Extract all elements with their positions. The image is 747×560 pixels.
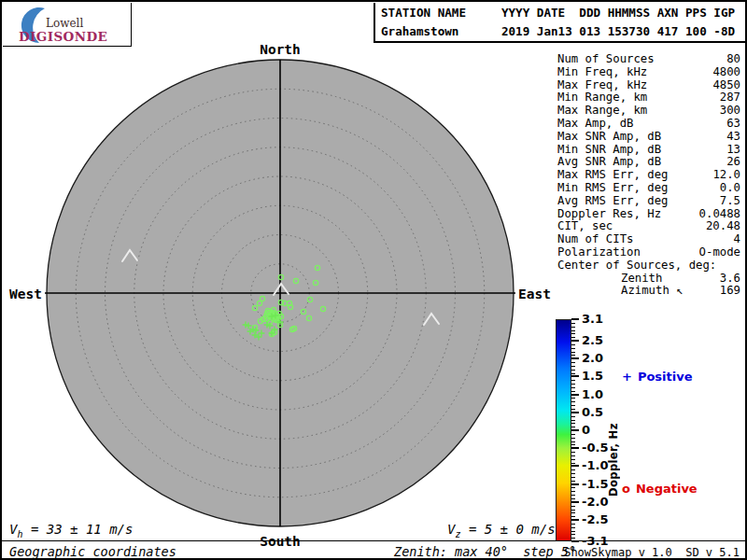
coordinate-system-label: Geographic coordinates: [9, 544, 176, 559]
info-row: Polarization O-mode: [557, 246, 740, 259]
circle-marker-icon: o: [622, 482, 630, 496]
info-row-value: 4: [734, 233, 740, 246]
vz-value: = 5 ± 0 m/s: [460, 522, 555, 537]
info-row: Min SNR Amp, dB 13: [557, 144, 740, 157]
colorbar-tick-label: 2.0: [582, 351, 603, 365]
info-row: Avg RMS Err, deg 7.5: [557, 195, 740, 208]
colorbar-tick-label: 2.5: [582, 333, 603, 347]
info-row: Max Freq, kHz 4850: [557, 79, 740, 92]
colorbar-tick: [571, 519, 579, 521]
colorbar-tick: [571, 340, 579, 342]
info-row-label: Azimuth ↖: [557, 285, 684, 298]
info-row: Azimuth ↖ 169: [557, 285, 740, 298]
legend-positive-label: Positive: [638, 370, 693, 384]
info-row: Num of CITs 4: [557, 233, 740, 246]
info-row: Max RMS Err, deg 12.0: [557, 169, 740, 182]
info-row-value: 4850: [712, 79, 740, 92]
info-row: Min Freq, kHz 4800: [557, 66, 740, 79]
info-row-label: Avg SNR Amp, dB: [557, 156, 661, 169]
colorbar-tick: [571, 394, 579, 396]
info-row-label: Max Amp, dB: [557, 118, 633, 131]
info-row-label: Num of Sources: [557, 53, 655, 66]
colorbar-tick: [571, 357, 579, 359]
info-row: Center of Sources, deg:: [557, 259, 740, 273]
footer-divider: [2, 540, 745, 541]
info-row-label: Min Range, km: [557, 91, 647, 105]
info-row: Zenith 3.6: [557, 273, 740, 286]
info-row-value: 300: [720, 105, 740, 118]
info-row-label: Min Freq, kHz: [557, 66, 647, 79]
info-row-value: O-mode: [699, 246, 740, 259]
info-row: Max Range, km 300: [557, 105, 740, 118]
info-row-value: 13: [726, 144, 740, 157]
showskymap-window: Lowell DIGISONDE STATION NAME YYYY DATE …: [0, 0, 747, 560]
colorbar-tick-label: 1.5: [582, 369, 603, 383]
colorbar-tick-label: 0.5: [582, 405, 603, 419]
info-row-value: 7.5: [720, 195, 740, 208]
colorbar-tick: [571, 483, 579, 485]
info-row-value: 0.0: [720, 182, 740, 195]
doppler-colorbar: [556, 319, 571, 541]
vertical-velocity: Vz = 5 ± 0 m/s: [447, 522, 556, 539]
info-row-value: 0.0488: [699, 208, 740, 221]
info-row: Doppler Res, Hz 0.0488: [557, 208, 740, 221]
info-row-value: 63: [726, 118, 740, 131]
colorbar-tick-label: -0.5: [582, 441, 608, 455]
colorbar-tick-label: -1.5: [582, 477, 608, 491]
info-row-label: Max SNR Amp, dB: [557, 131, 661, 144]
compass-north-label: North: [260, 42, 301, 57]
info-row: Avg SNR Amp, dB 26: [557, 156, 740, 169]
info-row-value: 169: [720, 285, 740, 298]
colorbar-tick-label: -2.5: [582, 512, 608, 526]
info-row: Max SNR Amp, dB 43: [557, 131, 740, 144]
colorbar-tick: [571, 447, 579, 449]
info-row-label: Zenith: [557, 273, 662, 286]
info-row-label: Doppler Res, Hz: [557, 208, 661, 221]
info-panel: Num of Sources 80 Min Freq, kHz 4800 Max…: [557, 53, 740, 298]
colorbar-tick-label: -1.0: [582, 458, 608, 472]
legend-positive: +Positive: [622, 370, 693, 384]
info-row-value: 43: [726, 131, 740, 144]
info-row-value: 20.48: [706, 220, 740, 233]
vh-value: = 33 ± 11 m/s: [22, 522, 133, 537]
info-row: Min RMS Err, deg 0.0: [557, 182, 740, 195]
compass-west-label: West: [9, 287, 42, 301]
info-row: Min Range, km 287: [557, 91, 740, 105]
colorbar-tick: [571, 375, 579, 377]
info-row: Num of Sources 80: [557, 53, 740, 66]
legend-negative-label: Negative: [636, 482, 698, 496]
info-row-value: 4800: [712, 66, 740, 79]
colorbar-tick: [571, 465, 579, 467]
colorbar-tick: [571, 429, 579, 431]
plus-marker-icon: +: [622, 370, 632, 384]
info-row-label: Max Range, km: [557, 105, 647, 118]
info-row-label: Center of Sources, deg:: [557, 259, 716, 273]
info-row-label: Max Freq, kHz: [557, 79, 647, 92]
info-row-value: 3.6: [720, 273, 740, 286]
compass-east-label: East: [518, 287, 551, 301]
colorbar-tick-label: -2.0: [582, 495, 608, 509]
info-row-label: CIT, sec: [557, 220, 613, 233]
info-row-label: Min SNR Amp, dB: [557, 144, 661, 157]
compass-south-label: South: [260, 534, 301, 549]
software-version-label: ShowSkymap v 1.0 SD v 5.1: [564, 546, 740, 559]
legend-negative: oNegative: [622, 482, 698, 496]
info-row: Max Amp, dB 63: [557, 118, 740, 131]
info-row-label: Num of CITs: [557, 233, 633, 246]
info-row-value: 12.0: [712, 169, 740, 182]
colorbar-tick-label: 0: [582, 423, 590, 437]
info-row-label: Min RMS Err, deg: [557, 182, 668, 195]
colorbar-tick-label: 3.1: [582, 312, 603, 326]
info-row: CIT, sec 20.48: [557, 220, 740, 233]
zenith-range-label: Zenith: max 40° step 5°: [394, 544, 576, 559]
info-row-value: 287: [720, 91, 740, 105]
colorbar-tick-label: 1.0: [582, 387, 603, 401]
colorbar-axis-title: Doppler, Hz: [607, 373, 620, 497]
info-row-label: Avg RMS Err, deg: [557, 195, 668, 208]
info-row-value: 80: [726, 53, 740, 66]
info-row-label: Polarization: [557, 246, 641, 259]
colorbar-tick: [571, 501, 579, 503]
info-row-label: Max RMS Err, deg: [557, 169, 668, 182]
info-row-value: 26: [726, 156, 740, 169]
colorbar-tick: [571, 412, 579, 413]
